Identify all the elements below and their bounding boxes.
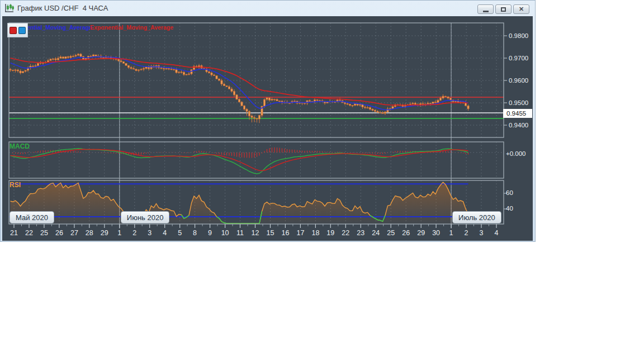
candle bbox=[65, 57, 67, 59]
candle bbox=[62, 57, 64, 59]
red-swatch-button[interactable] bbox=[10, 27, 17, 34]
candle bbox=[352, 106, 353, 106]
legend-ema-slow: Exponential_Moving_Average bbox=[90, 24, 173, 31]
candle bbox=[163, 68, 164, 69]
candle bbox=[253, 117, 255, 118]
candle bbox=[95, 55, 97, 56]
minimize-button[interactable] bbox=[477, 4, 494, 14]
candle bbox=[434, 102, 436, 103]
candle bbox=[246, 109, 248, 111]
candle bbox=[437, 100, 439, 102]
candle bbox=[374, 110, 376, 111]
rsi-panel-label: RSI bbox=[10, 181, 21, 189]
x-axis-label: 25 bbox=[387, 229, 395, 237]
rsi-axis-60: 60 bbox=[506, 189, 513, 196]
candle bbox=[122, 61, 124, 63]
candle bbox=[422, 104, 424, 104]
x-axis-label: 1 bbox=[449, 229, 453, 237]
x-axis-label: 26 bbox=[402, 229, 410, 237]
price-axis-label: 0.9600 bbox=[509, 77, 528, 84]
month-badge-july: Июль 2020 bbox=[452, 211, 501, 223]
price-axis-label: 0.9500 bbox=[509, 99, 528, 106]
candle bbox=[278, 101, 280, 102]
rsi-fill bbox=[11, 182, 468, 224]
x-axis-label: 26 bbox=[55, 229, 63, 237]
candle bbox=[273, 99, 275, 99]
candle bbox=[231, 89, 233, 91]
window-title: График USD /CHF 4 ЧАСА bbox=[17, 4, 108, 12]
candle bbox=[130, 68, 132, 69]
x-axis-label: 4 bbox=[495, 229, 499, 237]
x-axis-label: 2 bbox=[465, 229, 468, 237]
candle bbox=[213, 75, 215, 76]
candle bbox=[382, 113, 383, 113]
x-axis-label: 23 bbox=[357, 229, 364, 237]
macd-line bbox=[11, 149, 468, 174]
chart-canvas[interactable]: 2122252627282912345891011121516171819222… bbox=[2, 16, 533, 241]
candle bbox=[35, 66, 36, 66]
candle bbox=[80, 54, 82, 56]
candle bbox=[339, 100, 340, 101]
x-axis-label: 3 bbox=[480, 229, 484, 237]
candle bbox=[304, 103, 305, 104]
candle bbox=[132, 69, 134, 69]
rsi-axis-40: 40 bbox=[506, 205, 513, 212]
x-axis-label: 9 bbox=[208, 229, 212, 237]
minimize-icon bbox=[483, 11, 489, 12]
close-icon: ✕ bbox=[519, 6, 524, 12]
candle bbox=[216, 76, 217, 79]
month-badge-june: Июнь 2020 bbox=[121, 211, 170, 223]
chart-window: График USD /CHF 4 ЧАСА ✕ 212225262728291… bbox=[0, 0, 536, 242]
x-axis-label: 10 bbox=[221, 229, 229, 237]
candle bbox=[256, 118, 258, 119]
candle bbox=[25, 70, 26, 72]
candle bbox=[52, 59, 54, 59]
price-axis-label: 0.9700 bbox=[509, 55, 528, 61]
indicator-color-buttons[interactable] bbox=[7, 23, 28, 37]
x-axis-label: 3 bbox=[148, 229, 151, 237]
candle bbox=[223, 84, 225, 86]
candle bbox=[467, 106, 469, 109]
candle bbox=[117, 59, 119, 61]
panel-border bbox=[9, 142, 504, 178]
candle bbox=[442, 96, 444, 98]
candle bbox=[120, 61, 122, 62]
close-button[interactable]: ✕ bbox=[513, 4, 529, 14]
candle bbox=[248, 111, 250, 116]
macd-panel-label: MACD bbox=[10, 142, 30, 150]
candle bbox=[17, 70, 18, 71]
x-axis-label: 5 bbox=[178, 229, 182, 237]
candle bbox=[354, 104, 356, 106]
candle bbox=[432, 102, 434, 104]
horizontal-lines-layer bbox=[9, 97, 504, 118]
x-axis-label: 17 bbox=[296, 229, 304, 237]
candle bbox=[414, 103, 416, 104]
candle bbox=[392, 107, 394, 109]
x-axis-label: 15 bbox=[267, 229, 274, 237]
x-axis-label: 30 bbox=[432, 229, 440, 237]
candle bbox=[127, 65, 129, 68]
candle bbox=[316, 100, 318, 101]
candle bbox=[236, 95, 238, 99]
candle bbox=[77, 54, 79, 55]
candle bbox=[12, 70, 13, 71]
chart-app-icon bbox=[4, 3, 15, 13]
candle bbox=[276, 99, 278, 101]
x-axis-label: 19 bbox=[326, 229, 334, 237]
candle bbox=[447, 97, 449, 98]
candle bbox=[160, 68, 162, 68]
candle bbox=[143, 69, 144, 70]
x-axis-label: 28 bbox=[86, 229, 93, 237]
x-axis-label: 22 bbox=[25, 229, 33, 237]
candle bbox=[228, 87, 230, 89]
candle bbox=[377, 111, 378, 112]
window-titlebar[interactable]: График USD /CHF 4 ЧАСА ✕ bbox=[1, 1, 535, 16]
price-axis-label: 0.9800 bbox=[509, 32, 528, 39]
candle bbox=[37, 63, 39, 65]
month-badge-may: Май 2020 bbox=[10, 211, 54, 223]
restore-button[interactable] bbox=[495, 4, 512, 14]
blue-swatch-button[interactable] bbox=[18, 27, 26, 34]
x-axis-label: 29 bbox=[101, 229, 108, 237]
candle bbox=[233, 91, 235, 95]
candle bbox=[263, 99, 265, 106]
